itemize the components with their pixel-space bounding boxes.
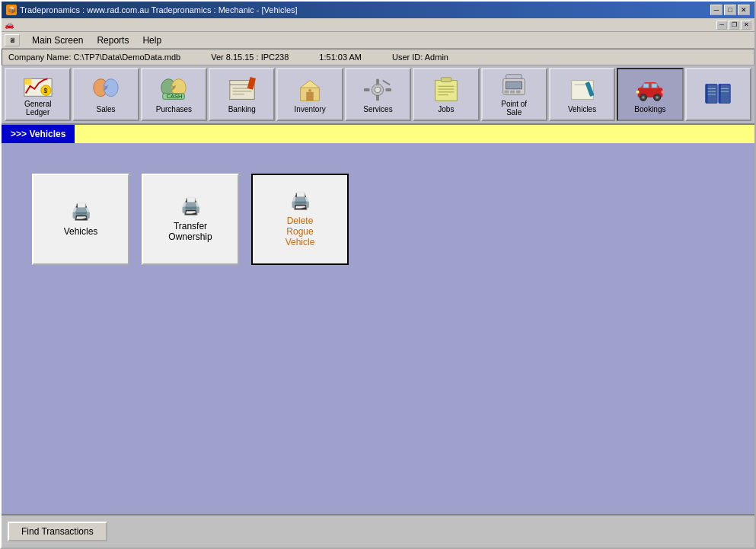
window-title: Tradepronamics : www.rad.com.au Tradepro… [20, 5, 298, 14]
svg-rect-45 [652, 83, 657, 87]
app-icon: 📦 [6, 5, 17, 15]
toolbar-point-of-sale[interactable]: Point of Sale [481, 68, 547, 121]
svg-rect-25 [386, 88, 392, 91]
purchases-icon: CASH [158, 76, 189, 104]
delete-rogue-vehicle-card[interactable]: 🖨️ Delete Rogue Vehicle [251, 174, 349, 265]
transfer-ownership-icon: 🖨️ [180, 196, 201, 216]
svg-rect-38 [506, 75, 522, 79]
vehicles-card[interactable]: 🖨️ Vehicles [32, 174, 129, 265]
mdi-icon: 🚗 [5, 21, 14, 29]
svg-rect-18 [306, 91, 314, 100]
svg-line-26 [383, 80, 391, 85]
breadcrumb-label: Vehicles [29, 129, 65, 139]
minimize-button[interactable]: ─ [710, 5, 723, 15]
main-window: 📦 Tradepronamics : www.rad.com.au Tradep… [0, 0, 756, 549]
svg-rect-44 [643, 83, 649, 87]
menu-bar: 🖥 Main Screen Reports Help [2, 32, 754, 49]
vehicles-card-icon: 🖨️ [71, 202, 91, 222]
svg-text:$: $ [43, 87, 47, 94]
vehicles-card-label: Vehicles [64, 226, 98, 237]
svg-rect-51 [661, 90, 664, 93]
status-bar: Company Name: C:\TP7\Data\DemoData.mdb V… [2, 49, 754, 65]
jobs-icon [431, 76, 461, 104]
toolbar-inventory-label: Inventory [295, 105, 326, 113]
maximize-button[interactable]: □ [724, 5, 736, 15]
toolbar-banking[interactable]: Banking [209, 68, 275, 121]
svg-rect-23 [377, 94, 380, 101]
general-ledger-icon: $ [23, 72, 53, 98]
svg-rect-50 [636, 90, 640, 93]
toolbar-general-ledger-label: General Ledger [24, 100, 52, 117]
toolbar-vehicles[interactable]: Bookings [617, 68, 683, 121]
toolbar-purchases[interactable]: CASH Purchases [141, 68, 207, 121]
user-id: User ID: Admin [392, 53, 448, 62]
toolbar-sales[interactable]: Sales [72, 68, 139, 121]
svg-rect-1 [24, 78, 32, 85]
find-transactions-button[interactable]: Find Transactions [8, 522, 107, 541]
toolbar-vehicles-label: Bookings [634, 105, 665, 113]
toolbar-jobs[interactable]: Jobs [413, 68, 479, 121]
svg-rect-34 [506, 81, 522, 89]
title-controls: ─ □ ✕ [710, 5, 750, 15]
transfer-ownership-card[interactable]: 🖨️ Transfer Ownership [142, 174, 239, 265]
svg-marker-17 [301, 80, 320, 88]
svg-rect-32 [441, 77, 451, 81]
toolbar-bookings[interactable] [685, 68, 751, 121]
menu-reports[interactable]: Reports [91, 34, 135, 47]
toolbar-pos-label: Point of Sale [501, 100, 527, 117]
svg-rect-36 [510, 91, 515, 94]
svg-rect-35 [505, 91, 509, 94]
delete-rogue-vehicle-label: Delete Rogue Vehicle [285, 215, 315, 247]
services-icon [362, 76, 393, 104]
toolbar-payroll-label: Vehicles [568, 105, 596, 113]
svg-point-49 [656, 96, 659, 99]
toolbar-sales-label: Sales [97, 105, 116, 113]
svg-point-21 [375, 87, 381, 93]
svg-rect-24 [364, 88, 370, 91]
title-bar: 📦 Tradepronamics : www.rad.com.au Tradep… [2, 2, 754, 18]
toolbar-purchases-label: Purchases [156, 105, 192, 113]
breadcrumb: >>> Vehicles [2, 125, 75, 143]
company-name: Company Name: C:\TP7\Data\DemoData.mdb [8, 53, 180, 62]
breadcrumb-bar: >>> Vehicles [2, 125, 754, 143]
svg-point-19 [308, 89, 311, 92]
svg-text:CASH: CASH [167, 93, 183, 100]
svg-rect-55 [719, 85, 721, 104]
breadcrumb-prefix: >>> [11, 129, 27, 139]
toolbar-services[interactable]: Services [345, 68, 411, 121]
toolbar-jobs-label: Jobs [438, 105, 454, 113]
transfer-ownership-label: Transfer Ownership [168, 221, 212, 242]
svg-point-47 [642, 96, 645, 99]
mdi-close[interactable]: ✕ [741, 21, 751, 30]
toolbar-services-label: Services [363, 105, 392, 113]
vehicles-icon [635, 76, 665, 104]
inventory-icon [295, 76, 325, 104]
close-button[interactable]: ✕ [738, 5, 750, 15]
main-content: 🖨️ Vehicles 🖨️ Transfer Ownership 🖨️ Del… [2, 143, 754, 514]
svg-rect-27 [435, 80, 458, 101]
breadcrumb-yellow-area [75, 125, 754, 143]
sales-icon [91, 76, 121, 104]
version-info: Ver 8.15.15 : IPC238 [211, 53, 289, 62]
time-display: 1:51:03 AM [319, 53, 362, 62]
bookings-icon [703, 80, 733, 107]
toolbar-general-ledger[interactable]: $ General Ledger [5, 68, 71, 121]
toolbar-payroll[interactable]: Vehicles [549, 68, 615, 121]
point-of-sale-icon [499, 72, 529, 98]
mdi-minimize[interactable]: ─ [716, 21, 727, 30]
svg-rect-14 [232, 93, 244, 94]
toolbar-inventory[interactable]: Inventory [276, 68, 343, 121]
bottom-bar: Find Transactions [2, 514, 754, 547]
menu-main-screen[interactable]: Main Screen [26, 34, 89, 47]
svg-rect-22 [377, 78, 380, 85]
menu-icon: 🖥 [5, 34, 20, 46]
toolbar-banking-label: Banking [228, 105, 256, 113]
cards-row: 🖨️ Vehicles 🖨️ Transfer Ownership 🖨️ Del… [17, 158, 739, 280]
payroll-icon [567, 76, 598, 104]
svg-rect-53 [706, 85, 708, 104]
mdi-restore[interactable]: ❐ [729, 21, 739, 30]
menu-help[interactable]: Help [136, 34, 167, 47]
toolbar: $ General Ledger Sales [2, 65, 754, 125]
delete-rogue-vehicle-icon: 🖨️ [290, 191, 311, 211]
svg-rect-13 [232, 90, 251, 91]
